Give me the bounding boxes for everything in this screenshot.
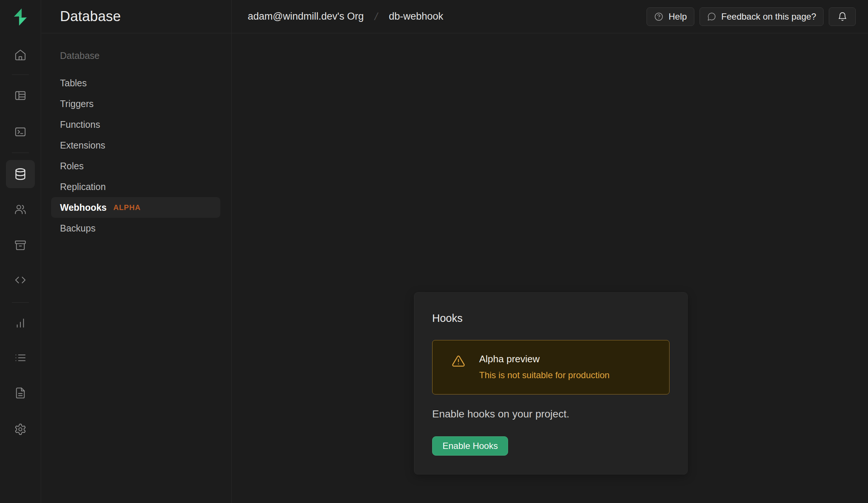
edge-functions-icon [14, 274, 27, 286]
sidebar-item-replication[interactable]: Replication [51, 176, 220, 197]
main-content: Hooks Alpha preview This is not suitable… [232, 34, 868, 503]
api-docs-icon [14, 387, 27, 399]
sidebar-item-functions[interactable]: Functions [51, 114, 220, 135]
supabase-logo[interactable] [9, 6, 31, 28]
feedback-bubble-icon [707, 12, 717, 21]
database-icon [14, 167, 27, 181]
sidebar-item-tables[interactable]: Tables [51, 73, 220, 93]
sidebar-item-reports[interactable] [7, 310, 34, 336]
breadcrumb-org[interactable]: adam@windmill.dev's Org [248, 11, 364, 22]
sidebar-item-roles[interactable]: Roles [51, 156, 220, 176]
table-editor-icon [14, 89, 27, 102]
home-icon [14, 49, 27, 61]
reports-icon [14, 317, 27, 329]
rail-divider [12, 74, 29, 75]
sidebar-item-settings[interactable] [7, 416, 34, 443]
sidebar-item-logs[interactable] [7, 344, 34, 371]
notifications-button[interactable] [829, 7, 856, 26]
alert-title: Alpha preview [479, 353, 610, 365]
help-circle-icon [654, 12, 664, 21]
card-body-text: Enable hooks on your project. [432, 408, 670, 420]
enable-hooks-button[interactable]: Enable Hooks [432, 436, 508, 456]
bell-icon [837, 11, 848, 22]
sidebar-item-sql-editor[interactable] [7, 119, 34, 145]
menu-group-label: Database [51, 50, 220, 61]
hooks-card: Hooks Alpha preview This is not suitable… [414, 292, 688, 474]
supabase-bolt-icon [11, 7, 30, 27]
sidebar-item-auth[interactable] [7, 196, 34, 223]
page-title: Database [60, 9, 121, 24]
card-title: Hooks [432, 312, 670, 324]
sidebar-item-database[interactable] [6, 160, 35, 188]
logs-icon [14, 352, 27, 364]
sidebar-item-backups[interactable]: Backups [51, 218, 220, 239]
feedback-button-label: Feedback on this page? [721, 11, 816, 22]
sidebar-item-home[interactable] [7, 41, 34, 68]
feedback-button[interactable]: Feedback on this page? [700, 7, 824, 26]
sidebar-item-table-editor[interactable] [7, 82, 34, 109]
enable-hooks-button-label: Enable Hooks [443, 441, 498, 451]
settings-icon [14, 423, 27, 436]
alpha-badge: ALPHA [113, 203, 141, 212]
rail-divider [12, 153, 29, 153]
auth-users-icon [14, 203, 27, 216]
database-sidebar: Database Database Tables Triggers Functi… [41, 0, 232, 503]
help-button-label: Help [668, 11, 687, 22]
sidebar-item-api-docs[interactable] [7, 380, 34, 406]
breadcrumb: adam@windmill.dev's Org / db-webhook [248, 11, 443, 23]
breadcrumb-project[interactable]: db-webhook [389, 11, 443, 22]
top-header-bar: adam@windmill.dev's Org / db-webhook Hel… [232, 0, 868, 33]
sidebar-item-extensions[interactable]: Extensions [51, 135, 220, 156]
sidebar-item-edge-functions[interactable] [7, 267, 34, 293]
alert-text: Alpha preview This is not suitable for p… [479, 353, 610, 381]
sidebar-header: Database [41, 0, 231, 33]
help-button[interactable]: Help [647, 7, 694, 26]
rail-divider [12, 302, 29, 303]
nav-rail [0, 0, 41, 503]
sql-editor-icon [14, 126, 27, 138]
sidebar-menu: Database Tables Triggers Functions Exten… [41, 33, 231, 239]
alpha-preview-alert: Alpha preview This is not suitable for p… [432, 340, 670, 394]
storage-icon [14, 239, 27, 252]
sidebar-item-webhooks[interactable]: Webhooks ALPHA [51, 197, 220, 218]
warning-triangle-icon [452, 354, 465, 368]
sidebar-item-triggers[interactable]: Triggers [51, 93, 220, 114]
alert-description: This is not suitable for production [479, 370, 610, 381]
header-actions: Help Feedback on this page? [647, 7, 856, 26]
sidebar-item-storage[interactable] [7, 232, 34, 259]
breadcrumb-separator: / [374, 11, 379, 23]
